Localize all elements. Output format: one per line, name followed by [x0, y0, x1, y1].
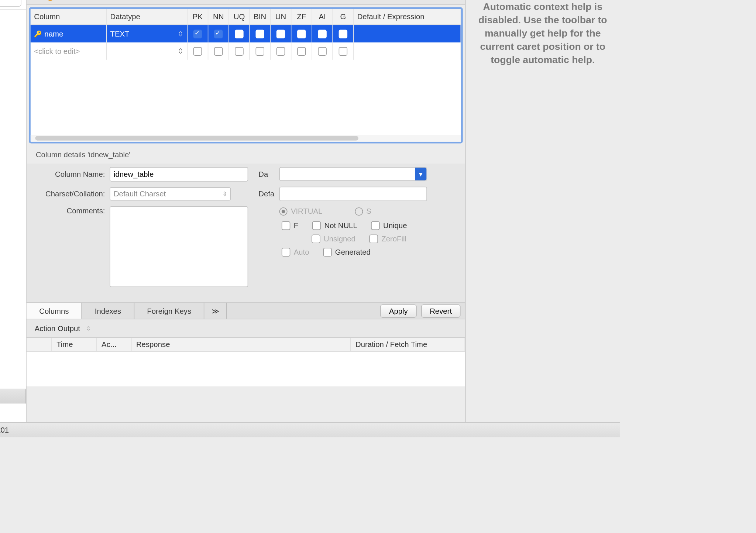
flag-un-checkbox[interactable] — [312, 235, 320, 243]
columns-grid: Column Datatype PK NN UQ BIN UN ZF AI G … — [29, 7, 463, 144]
subtab-indexes[interactable]: Indexes — [82, 303, 134, 319]
subtab-columns[interactable]: Columns — [27, 303, 82, 319]
more-tabs-icon[interactable]: ≫ — [205, 303, 227, 319]
flag-zf-checkbox[interactable] — [369, 235, 378, 243]
updown-icon[interactable]: ⇳ — [86, 325, 91, 331]
nn-checkbox[interactable] — [214, 30, 223, 38]
uq-checkbox[interactable] — [235, 30, 243, 38]
flag-gen-checkbox[interactable] — [323, 248, 331, 256]
column-row-name[interactable]: 🔑name TEXT⇳ — [31, 25, 461, 42]
virtual-radio[interactable] — [279, 207, 288, 215]
column-name-label: Column Name: — [36, 170, 105, 178]
apply-button[interactable]: Apply — [380, 304, 416, 317]
flag-uq-checkbox[interactable] — [371, 221, 379, 230]
tree-tables[interactable]: ▼🗀Tables — [0, 24, 26, 35]
tree-functions[interactable]: ▶🗀Functions — [0, 82, 26, 93]
aout-header-duration[interactable]: Duration / Fetch Time — [351, 338, 465, 351]
column-name-input[interactable] — [110, 167, 248, 182]
default-label: Defa — [258, 190, 275, 198]
zf-checkbox[interactable] — [297, 30, 306, 38]
flag-nn-checkbox[interactable] — [312, 221, 321, 230]
comments-label: Comments: — [36, 206, 105, 215]
secondary-sidebar: Context Help Snippets ◀ ▶ 🛈 ⚡ Automatic … — [465, 0, 620, 422]
status-text: Active schema changed to budaye_test01 — [0, 426, 9, 434]
header-ai[interactable]: AI — [312, 9, 333, 24]
action-output-title: Action Output — [35, 324, 80, 333]
table-editor-header: Name: Schema: budaye_test01 ⌄ — [27, 0, 465, 5]
table-now-tasks[interactable]: ▶▦now_tasks — [0, 47, 26, 58]
statusbar: Active schema changed to budaye_test01 — [0, 422, 620, 437]
filter-objects-input[interactable] — [0, 0, 21, 7]
g-checkbox[interactable] — [339, 30, 347, 38]
schema-tree: ▼🛢budaye_test01 ▼🗀Tables ▶▦name_table ▶▦… — [0, 10, 26, 389]
key-icon: 🔑 — [34, 30, 42, 37]
column-row-new[interactable]: <click to edit> ⇳ — [31, 42, 461, 60]
header-g[interactable]: G — [333, 9, 354, 24]
schema-sys[interactable]: ▶🛢sys — [0, 105, 26, 116]
datatype-combo[interactable]: ▼ — [279, 167, 427, 181]
action-output-header: Action Output ⇳ — [27, 319, 465, 338]
comments-textarea[interactable] — [110, 206, 248, 287]
default-input[interactable] — [279, 187, 427, 201]
tree-stored-procedures[interactable]: ▶🗀Stored Procedures — [0, 70, 26, 82]
header-nn[interactable]: NN — [208, 9, 229, 24]
header-datatype[interactable]: Datatype — [107, 9, 188, 24]
column-details: Column Name: Charset/Collation: Default … — [27, 164, 465, 302]
header-zf[interactable]: ZF — [291, 9, 312, 24]
context-help-text: Automatic context help is disabled. Use … — [466, 0, 620, 74]
charset-select[interactable]: Default Charset⇳ — [110, 187, 231, 200]
ai-checkbox[interactable] — [318, 30, 326, 38]
aout-header-action[interactable]: Ac... — [97, 338, 132, 351]
schema-management-self[interactable]: ▶🛢management_self — [0, 93, 26, 105]
bin-checkbox[interactable] — [256, 30, 264, 38]
datatype-label: Da — [258, 170, 275, 178]
header-column[interactable]: Column — [31, 9, 107, 24]
aout-header-response[interactable]: Response — [131, 338, 351, 351]
flag-f-checkbox[interactable] — [282, 221, 290, 230]
header-bin[interactable]: BIN — [250, 9, 271, 24]
un-checkbox[interactable] — [276, 30, 285, 38]
flag-auto-checkbox[interactable] — [282, 248, 290, 256]
subtab-foreign-keys[interactable]: Foreign Keys — [134, 303, 205, 319]
tree-views[interactable]: ▶🗀Views — [0, 59, 26, 70]
revert-button[interactable]: Revert — [421, 304, 461, 317]
pk-checkbox[interactable] — [193, 30, 202, 38]
aout-header-time[interactable]: Time — [52, 338, 97, 351]
column-details-title: Column details 'idnew_table' — [27, 146, 465, 164]
header-un[interactable]: UN — [271, 9, 291, 24]
schema-budaye-test01[interactable]: ▼🛢budaye_test01 — [0, 12, 26, 24]
table-name-table[interactable]: ▶▦name_table — [0, 35, 26, 47]
s-radio[interactable] — [355, 207, 363, 215]
header-uq[interactable]: UQ — [229, 9, 250, 24]
object-info: Schema: budaye_test01 — [0, 404, 26, 422]
charset-label: Charset/Collation: — [36, 190, 105, 198]
horizontal-scrollbar[interactable] — [31, 135, 461, 142]
header-pk[interactable]: PK — [188, 9, 208, 24]
editor-subtabs: Columns Indexes Foreign Keys ≫ Apply Rev… — [27, 302, 465, 319]
header-default[interactable]: Default / Expression — [354, 9, 461, 24]
action-output-body — [27, 352, 465, 386]
tab-session[interactable]: Session — [0, 389, 26, 403]
navigator-panel: Administration Schemas SCHEMAS ↻ ▼🛢buday… — [0, 0, 27, 422]
